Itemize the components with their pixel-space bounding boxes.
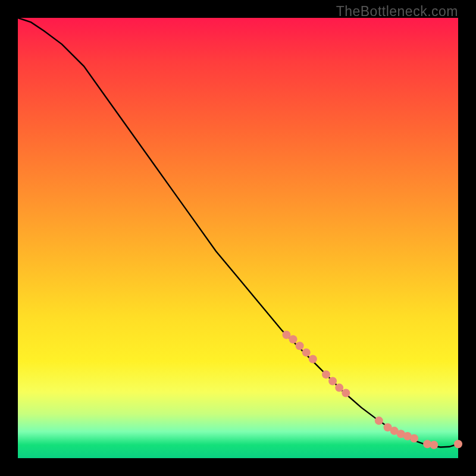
watermark-text: TheBottleneck.com	[336, 4, 458, 20]
marker-dot	[328, 377, 337, 386]
marker-dot	[430, 441, 438, 449]
marker-dot	[322, 370, 330, 378]
marker-dot	[454, 440, 462, 448]
gradient-plot-area	[18, 18, 458, 458]
marker-dot	[335, 384, 343, 392]
marker-dot	[296, 342, 304, 350]
marker-dot	[289, 335, 298, 343]
curve-layer	[18, 18, 458, 458]
marker-dot	[410, 434, 418, 443]
chart-frame: TheBottleneck.com	[0, 0, 476, 476]
marker-dot	[309, 355, 317, 364]
marker-dot	[375, 416, 383, 425]
marker-dot	[342, 389, 350, 397]
marker-dot	[302, 348, 311, 356]
bottleneck-curve	[18, 18, 458, 447]
curve-markers	[282, 331, 462, 449]
